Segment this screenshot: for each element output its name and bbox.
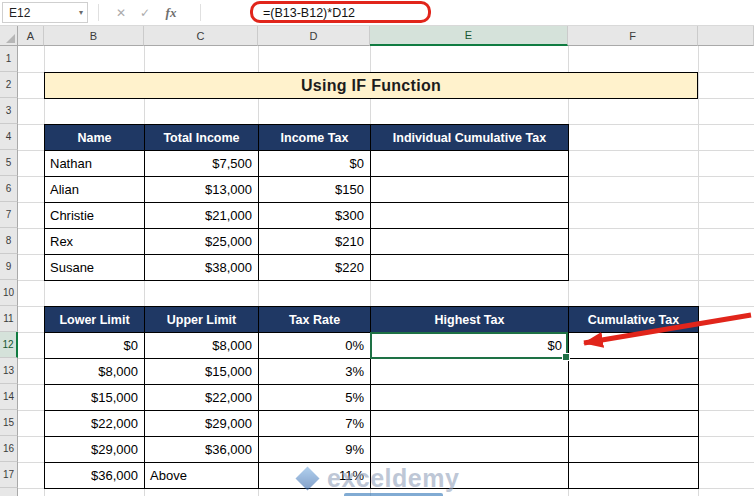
tax-table-header[interactable]: Highest Tax (371, 307, 569, 333)
cell[interactable] (569, 385, 699, 411)
cell[interactable]: $220 (259, 255, 371, 281)
row-header[interactable]: 7 (0, 202, 18, 228)
cell[interactable]: 7% (259, 411, 371, 437)
cell[interactable] (371, 177, 569, 203)
cancel-icon[interactable]: ✕ (110, 2, 132, 23)
cell[interactable]: $22,000 (145, 385, 259, 411)
income-table: Name Total Income Income Tax Individual … (44, 124, 569, 281)
cell[interactable]: 0% (259, 333, 371, 359)
formula-bar: E12 ▾ ✕ ✓ fx =(B13-B12)*D12 (0, 0, 754, 26)
row-header[interactable]: 9 (0, 254, 18, 280)
title-banner-cell[interactable]: Using IF Function (44, 72, 698, 99)
cell[interactable] (569, 437, 699, 463)
cell[interactable]: $38,000 (145, 255, 259, 281)
column-header-B[interactable]: B (44, 26, 144, 46)
cell[interactable] (371, 385, 569, 411)
name-box-dropdown-icon[interactable]: ▾ (79, 8, 87, 17)
tax-table-header[interactable]: Upper Limit (145, 307, 259, 333)
cell[interactable]: $8,000 (145, 333, 259, 359)
cell[interactable] (371, 151, 569, 177)
name-box[interactable]: E12 ▾ (2, 2, 88, 23)
row-header[interactable]: 5 (0, 150, 18, 176)
row-header[interactable]: 10 (0, 280, 18, 306)
formula-input[interactable]: =(B13-B12)*D12 (263, 0, 355, 25)
cell[interactable]: $15,000 (45, 385, 145, 411)
cell[interactable] (371, 463, 569, 489)
select-all-button[interactable] (0, 26, 18, 46)
tax-table: Lower Limit Upper Limit Tax Rate Highest… (44, 306, 699, 489)
cell[interactable]: $29,000 (45, 437, 145, 463)
cell[interactable]: $7,500 (145, 151, 259, 177)
row-header[interactable]: 1 (0, 46, 18, 72)
cell[interactable]: $21,000 (145, 203, 259, 229)
row-header[interactable]: 16 (0, 436, 18, 462)
cell[interactable]: $0 (259, 151, 371, 177)
cell[interactable]: 5% (259, 385, 371, 411)
cell[interactable] (569, 463, 699, 489)
row-header[interactable]: 4 (0, 124, 18, 150)
fill-handle[interactable] (562, 353, 570, 361)
row-header[interactable]: 8 (0, 228, 18, 254)
cell[interactable] (371, 229, 569, 255)
row-header[interactable]: 14 (0, 384, 18, 410)
cell[interactable] (569, 359, 699, 385)
row-header[interactable]: 17 (0, 462, 18, 488)
cell[interactable] (371, 437, 569, 463)
select-all-triangle-icon (6, 34, 15, 43)
cell[interactable] (371, 203, 569, 229)
formula-bar-divider (200, 4, 201, 21)
cell[interactable]: $36,000 (45, 463, 145, 489)
name-box-value: E12 (9, 6, 30, 20)
cell[interactable]: $25,000 (145, 229, 259, 255)
tax-table-header[interactable]: Tax Rate (259, 307, 371, 333)
cell[interactable]: 11% (259, 463, 371, 489)
row-header-partial[interactable] (0, 488, 18, 496)
column-header-D[interactable]: D (258, 26, 370, 46)
selected-cell-e12[interactable]: $0 (371, 333, 569, 359)
income-table-header[interactable]: Individual Cumulative Tax (371, 125, 569, 151)
cell[interactable]: Rex (45, 229, 145, 255)
row-header[interactable]: 11 (0, 306, 18, 332)
cell[interactable]: $36,000 (145, 437, 259, 463)
cell[interactable]: $29,000 (145, 411, 259, 437)
cell[interactable]: 9% (259, 437, 371, 463)
cell[interactable]: Christie (45, 203, 145, 229)
row-header[interactable]: 6 (0, 176, 18, 202)
cell[interactable]: Nathan (45, 151, 145, 177)
row-header-selected[interactable]: 12 (0, 332, 18, 358)
cell[interactable] (371, 359, 569, 385)
cell[interactable]: $0 (45, 333, 145, 359)
column-header-partial[interactable] (698, 26, 754, 46)
income-table-header[interactable]: Income Tax (259, 125, 371, 151)
row-header[interactable]: 2 (0, 72, 18, 98)
row-header[interactable]: 3 (0, 98, 18, 124)
insert-function-icon[interactable]: fx (160, 2, 182, 23)
column-header-C[interactable]: C (144, 26, 258, 46)
cell[interactable] (569, 333, 699, 359)
income-table-header[interactable]: Total Income (145, 125, 259, 151)
column-header-F[interactable]: F (568, 26, 698, 46)
income-table-header[interactable]: Name (45, 125, 145, 151)
tax-table-header[interactable]: Lower Limit (45, 307, 145, 333)
cell[interactable]: $8,000 (45, 359, 145, 385)
cell[interactable]: $210 (259, 229, 371, 255)
column-header-A[interactable]: A (18, 26, 44, 46)
cell[interactable]: Susane (45, 255, 145, 281)
cell[interactable]: $22,000 (45, 411, 145, 437)
column-header-E[interactable]: E (370, 26, 568, 46)
cell[interactable]: $300 (259, 203, 371, 229)
cell[interactable]: $13,000 (145, 177, 259, 203)
tax-table-header[interactable]: Cumulative Tax (569, 307, 699, 333)
enter-icon[interactable]: ✓ (134, 2, 156, 23)
cell[interactable]: Alian (45, 177, 145, 203)
row-header[interactable]: 15 (0, 410, 18, 436)
cell[interactable]: $15,000 (145, 359, 259, 385)
cell[interactable]: Above (145, 463, 259, 489)
cell[interactable]: 3% (259, 359, 371, 385)
formula-bar-divider (98, 4, 99, 21)
cell[interactable] (371, 411, 569, 437)
cell[interactable] (371, 255, 569, 281)
cell[interactable] (569, 411, 699, 437)
row-header[interactable]: 13 (0, 358, 18, 384)
cell[interactable]: $150 (259, 177, 371, 203)
